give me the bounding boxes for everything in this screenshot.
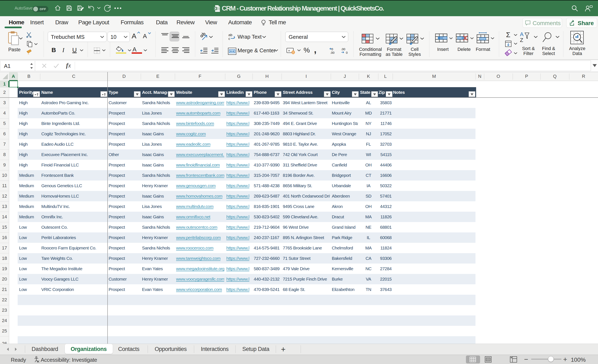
svg-text:ab: ab <box>228 33 232 37</box>
svg-text:Z: Z <box>520 37 523 43</box>
svg-text:0: 0 <box>331 47 333 51</box>
svg-text:.00: .00 <box>341 47 345 51</box>
svg-text:.00: .00 <box>330 51 334 54</box>
svg-text:¤: ¤ <box>288 49 290 52</box>
svg-text:c: c <box>228 37 230 41</box>
svg-text:X: X <box>215 7 216 10</box>
svg-text:A: A <box>520 32 524 37</box>
svg-text:0: 0 <box>346 51 348 54</box>
